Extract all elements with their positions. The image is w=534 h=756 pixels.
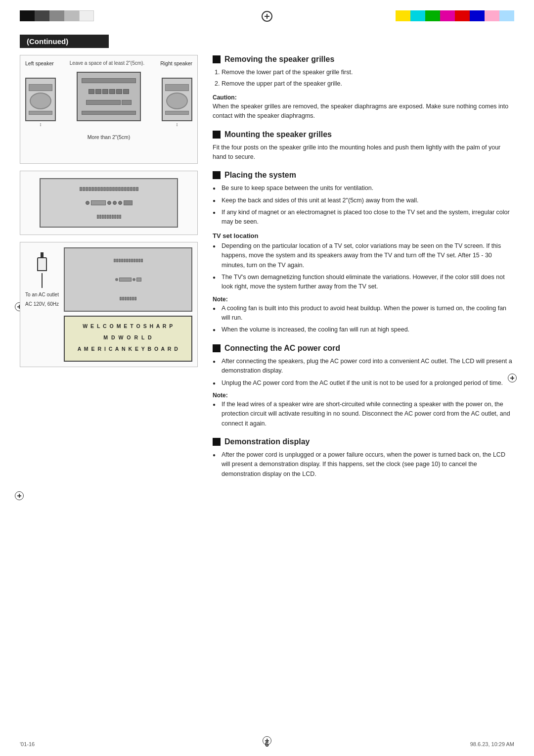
color-swatch-lightblue [499, 10, 514, 21]
bp-b2 [99, 215, 101, 219]
color-swatch-green [425, 10, 440, 21]
note-bullets-1: A cooling fan is built into this product… [213, 304, 514, 335]
speaker-arrow-down-r: ↕ [176, 122, 178, 127]
bp-b3 [102, 215, 104, 219]
bp-b10 [119, 215, 121, 219]
unit-display-strip [82, 78, 136, 83]
bp-b1 [97, 215, 99, 219]
unit-btn-1 [89, 89, 94, 94]
connector-4 [89, 187, 91, 191]
placing-bullets: Be sure to keep space between the units … [213, 184, 514, 227]
outlet-voltage-label: AC 120V, 60Hz [25, 301, 59, 307]
power-panel-top [114, 259, 143, 262]
crosshair-bottom [263, 736, 271, 745]
pp-t8 [131, 259, 133, 262]
bp-b5 [107, 215, 109, 219]
connector-16 [124, 187, 127, 191]
bp-b7 [112, 215, 114, 219]
connecting-heading-icon [213, 344, 221, 352]
right-speaker-box: ↕ [162, 78, 192, 121]
ppb-1 [120, 297, 122, 300]
note-bullet-1-1: A cooling fan is built into this product… [213, 304, 514, 323]
lcd-line-1: W E L C O M E T O S H A R P [71, 322, 185, 331]
right-speaker-label: Right speaker [160, 60, 192, 66]
power-panel-bottom [120, 297, 136, 300]
connector-7 [97, 187, 100, 191]
center-unit-box [77, 72, 141, 121]
unit-bottom-row [86, 100, 132, 105]
pp-t4 [121, 259, 123, 262]
color-bar-left [20, 10, 94, 21]
port-rect-1 [91, 200, 106, 205]
tv-set-bullets: Depending on the particular location of … [213, 241, 514, 292]
mounting-section: Mounting the speaker grilles Fit the fou… [213, 130, 514, 162]
pp-t9 [134, 259, 135, 262]
pp-t6 [126, 259, 128, 262]
bp-b8 [114, 215, 116, 219]
color-swatch-white [79, 10, 94, 21]
footer-right: 98.6.23, 10:29 AM [470, 741, 514, 747]
mounting-text: Fit the four posts on the speaker grille… [213, 143, 514, 162]
outlet-label: To an AC outlet [25, 292, 59, 297]
unit-buttons-row [89, 89, 129, 94]
caution-text: When the speaker grilles are removed, th… [213, 102, 514, 121]
demonstration-heading-text: Demonstration display [224, 437, 310, 446]
port-rect-2 [124, 200, 133, 205]
pp-t12 [141, 259, 143, 262]
removing-section: Removing the speaker grilles Remove the … [213, 55, 514, 121]
more-than-label: More than 2"(5cm) [25, 134, 192, 140]
note-label-1: Note: [213, 296, 514, 303]
back-panel-bottom [97, 215, 121, 219]
space-label: Leave a space of at least 2"(5cm). [70, 60, 144, 66]
color-swatch-lightgray [64, 10, 79, 21]
connector-9 [103, 187, 106, 191]
plug-container: To an AC outlet AC 120V, 60Hz [25, 257, 59, 307]
back-panel-box [40, 178, 178, 228]
plug-cord [42, 273, 43, 288]
tv-set-bullet-1: Depending on the particular location of … [213, 241, 514, 270]
placing-section: Placing the system Be sure to keep space… [213, 171, 514, 335]
speaker-cone-r [166, 93, 188, 109]
unit-btn-2 [95, 89, 101, 94]
tv-set-location-label: TV set location [213, 232, 514, 239]
connector-6 [94, 187, 97, 191]
connector-12 [112, 187, 115, 191]
page-content: (Continued) Left speaker Leave a space o… [20, 35, 514, 726]
ppb-6 [132, 297, 134, 300]
demonstration-heading-icon [213, 438, 221, 446]
pp-t7 [129, 259, 131, 262]
ppb-2 [122, 297, 124, 300]
tv-set-bullet-2: The TV's own demagnetizing function shou… [213, 273, 514, 292]
plug-body [37, 257, 47, 271]
ppb-5 [130, 297, 132, 300]
note-label-2: Note: [213, 392, 514, 399]
pp-t3 [119, 259, 121, 262]
removing-step-1: Remove the lower part of the speaker gri… [222, 68, 514, 77]
footer-left: '01-16 [20, 741, 35, 747]
color-swatch-black [20, 10, 35, 21]
port-circle-3 [113, 201, 117, 205]
color-swatch-pink [485, 10, 499, 21]
connecting-bullet-2: Unplug the AC power cord from the AC out… [213, 378, 514, 388]
left-column: Left speaker Leave a space of at least 2… [20, 55, 198, 374]
demonstration-bullets: After the power cord is unplugged or a p… [213, 450, 514, 479]
placing-bullet-2: Keep the back and sides of this unit at … [213, 196, 514, 205]
placing-heading-icon [213, 171, 221, 179]
color-swatch-red [455, 10, 470, 21]
back-panel-connectors-top [80, 187, 138, 191]
two-col-layout: Left speaker Leave a space of at least 2… [20, 55, 514, 488]
connector-17 [127, 187, 130, 191]
color-swatch-gray [49, 10, 64, 21]
port-circle-1 [86, 201, 89, 205]
connector-19 [133, 187, 135, 191]
unit-knob [122, 100, 132, 105]
continued-bar: (Continued) [20, 35, 109, 48]
right-column: Removing the speaker grilles Remove the … [213, 55, 514, 488]
demonstration-bullet-1: After the power cord is unplugged or a p… [213, 450, 514, 479]
ppm-1 [115, 278, 118, 281]
ppb-7 [134, 297, 136, 300]
connecting-bullet-1: After connecting the speakers, plug the … [213, 357, 514, 376]
connector-1 [80, 187, 82, 191]
power-cord-diagram: To an AC outlet AC 120V, 60Hz [20, 242, 198, 367]
pp-t11 [138, 259, 140, 262]
